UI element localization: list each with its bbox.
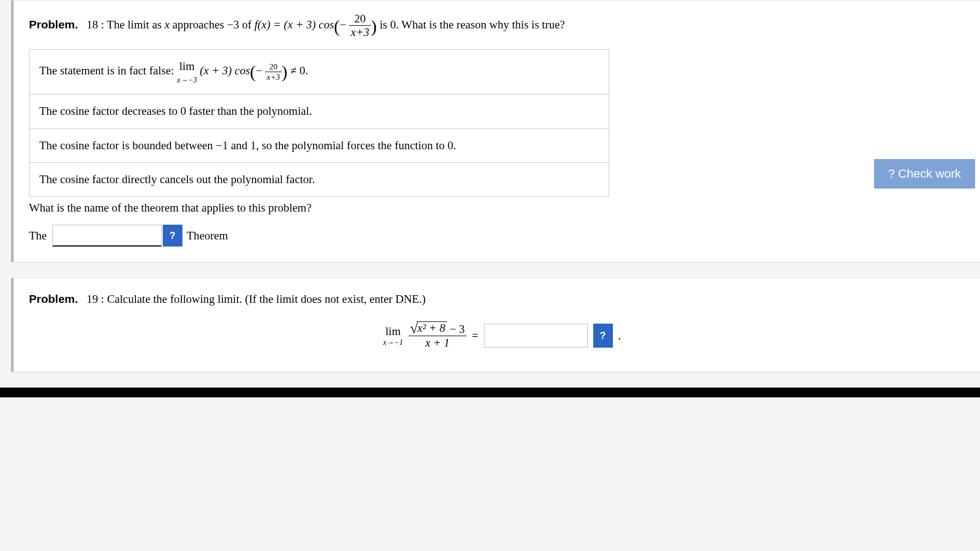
choice-2[interactable]: The cosine factor decreases to 0 faster …	[29, 95, 609, 128]
problem-label: Problem.	[29, 18, 78, 31]
problem-18: Problem. 18 : The limit as x approaches …	[11, 0, 980, 262]
theorem-input[interactable]	[52, 225, 162, 247]
problem-number: 18	[87, 18, 98, 31]
lim-operator: lim x→−1	[383, 325, 403, 347]
check-work-button[interactable]: ? Check work	[874, 159, 975, 189]
limit-expression: lim x→−1 √x² + 8 − 3 x + 1 = ? .	[29, 321, 975, 350]
fraction: √x² + 8 − 3 x + 1	[409, 321, 467, 350]
fill-pre: The	[29, 229, 47, 243]
theorem-question: What is the name of the theorem that app…	[29, 201, 975, 215]
equals: =	[472, 329, 479, 343]
problem-number: 19	[87, 292, 98, 306]
choice-3[interactable]: The cosine factor is bounded between −1 …	[29, 129, 609, 163]
choice-4[interactable]: The cosine factor directly cancels out t…	[29, 163, 609, 196]
answer-hint-button[interactable]: ?	[593, 324, 613, 348]
fill-post: Theorem	[187, 229, 228, 243]
answer-input[interactable]	[484, 324, 588, 348]
problem-18-prompt: Problem. 18 : The limit as x approaches …	[29, 13, 975, 39]
problem-label: Problem.	[29, 292, 78, 305]
choices-list: The statement is in fact false: limx→−3 …	[29, 49, 609, 197]
theorem-fill-row: The ? Theorem	[29, 225, 975, 247]
problem-19: Problem. 19 : Calculate the following li…	[11, 278, 980, 372]
period: .	[618, 329, 621, 343]
problem-19-prompt: Problem. 19 : Calculate the following li…	[29, 290, 975, 308]
choice-1[interactable]: The statement is in fact false: limx→−3 …	[29, 50, 609, 95]
theorem-hint-button[interactable]: ?	[163, 225, 182, 247]
bottom-bar	[0, 388, 980, 397]
